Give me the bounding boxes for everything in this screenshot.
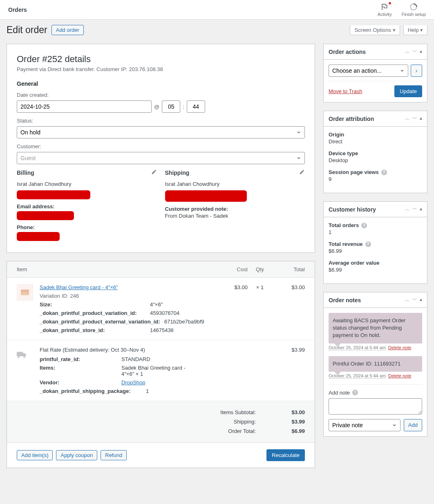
truck-icon — [17, 347, 33, 363]
col-item: Item — [17, 266, 215, 272]
help-icon[interactable]: ? — [352, 390, 358, 395]
hour-input[interactable] — [162, 100, 180, 113]
finish-setup-button[interactable]: Finish setup — [402, 3, 426, 17]
customer-history-panel: Customer history ︿﹀▴ Total orders?1 Tota… — [323, 201, 427, 284]
panel-up-icon[interactable]: ︿ — [405, 115, 410, 122]
order-note: Printful Order ID: 111693271 — [329, 356, 422, 372]
minute-input[interactable] — [187, 100, 205, 113]
help-icon[interactable]: ? — [365, 241, 371, 247]
device-type-value: Desktop — [329, 157, 422, 163]
total-orders-label: Total orders — [329, 222, 359, 228]
customer-field: Customer: Guest — [17, 143, 305, 164]
items-actions-row: Add item(s) Apply coupon Refund Recalcul… — [7, 442, 315, 468]
actions-left: Add item(s) Apply coupon Refund — [17, 450, 127, 460]
totals-block: Items Subtotal:$3.00 Shipping:$3.99 Orde… — [7, 401, 315, 442]
add-items-button[interactable]: Add item(s) — [17, 450, 53, 460]
vendor-link[interactable]: DropShop — [121, 379, 145, 386]
apply-coupon-button[interactable]: Apply coupon — [56, 450, 97, 460]
ship-qty-empty — [248, 347, 272, 394]
product-link[interactable]: Sadek Bhai Greeting card - 4″×6″ — [40, 284, 118, 290]
edit-billing-button[interactable] — [151, 169, 157, 176]
pencil-icon — [299, 169, 305, 175]
col-total: Total — [272, 266, 305, 272]
delete-note-link[interactable]: Delete note — [388, 345, 411, 350]
ship-package-value: 1 — [146, 388, 149, 394]
screen-options-button[interactable]: Screen Options — [350, 25, 400, 35]
update-button[interactable]: Update — [394, 85, 422, 97]
panel-down-icon[interactable]: ﹀ — [412, 115, 417, 122]
item-cost: $3.00 — [215, 284, 248, 333]
order-attribution-panel: Order attribution ︿﹀▴ OriginDirect Devic… — [323, 111, 427, 193]
shipping-line-row: Flat Rate (Estimated delivery: Oct 30–No… — [7, 340, 315, 401]
date-input[interactable] — [17, 100, 152, 113]
avg-order-label: Average order value — [329, 260, 422, 266]
shipping-total: $3.99 — [272, 347, 305, 394]
panel-collapse-icon[interactable]: ▴ — [420, 206, 422, 213]
progress-ring-icon — [409, 3, 418, 11]
add-order-button[interactable]: Add order — [51, 25, 84, 35]
add-note-textarea[interactable] — [329, 398, 422, 415]
order-action-select[interactable]: Choose an action... — [329, 65, 408, 77]
help-icon[interactable]: ? — [381, 169, 387, 175]
billing-name: Israt Jahan Chowdhury — [17, 180, 157, 189]
order-total-label: Order Total: — [195, 428, 256, 434]
refund-button[interactable]: Refund — [101, 450, 127, 460]
activity-button[interactable]: Activity — [378, 3, 392, 17]
move-to-trash-link[interactable]: Move to Trash — [329, 88, 362, 94]
panel-up-icon[interactable]: ︿ — [405, 297, 410, 303]
shipping-address-redacted — [165, 190, 247, 202]
attribution-heading: Order attribution — [329, 116, 374, 122]
main-column: Order #252 details Payment via Direct ba… — [7, 44, 315, 468]
customer-note-label: Customer provided note: — [165, 206, 305, 212]
order-title: Order #252 details — [17, 54, 305, 65]
panel-collapse-icon[interactable]: ▴ — [420, 115, 422, 122]
date-created-label: Date created: — [17, 92, 305, 98]
billing-heading: Billing — [17, 169, 34, 176]
status-select[interactable]: On hold — [17, 126, 305, 138]
customer-note-value: From Dokan Team - Sadek — [165, 212, 305, 221]
add-note-button[interactable]: Add — [404, 419, 422, 431]
note-type-select[interactable]: Private note — [329, 419, 400, 431]
rate-id-value: STANDARD — [121, 356, 150, 362]
panel-up-icon[interactable]: ︿ — [405, 206, 410, 213]
shipping-heading: Shipping — [165, 169, 190, 176]
general-heading: General — [17, 80, 305, 87]
billing-phone-label: Phone: — [17, 224, 157, 230]
order-notes-panel: Order notes ︿﹀▴ Awaiting BACS payment Or… — [323, 292, 427, 437]
panel-down-icon[interactable]: ﹀ — [412, 48, 417, 55]
help-icon[interactable]: ? — [361, 223, 367, 228]
status-field: Status: On hold — [17, 118, 305, 138]
panel-collapse-icon[interactable]: ▴ — [420, 297, 422, 303]
variation-id: 246 — [70, 293, 79, 299]
shipping-column: Shipping Israt Jahan Chowdhury Customer … — [165, 169, 305, 243]
total-revenue-label: Total revenue — [329, 241, 363, 247]
order-notes-heading: Order notes — [329, 297, 361, 303]
panel-down-icon[interactable]: ﹀ — [412, 206, 417, 213]
total-orders-value: 1 — [329, 229, 422, 235]
shipping-title: Flat Rate (Estimated delivery: Oct 30–No… — [40, 347, 215, 353]
recalculate-button[interactable]: Recalculate — [266, 449, 305, 461]
panel-collapse-icon[interactable]: ▴ — [420, 48, 422, 55]
item-qty: × 1 — [248, 284, 272, 333]
billing-email-label: Email address: — [17, 203, 157, 210]
panel-down-icon[interactable]: ﹀ — [412, 297, 417, 303]
size-label: Size: — [40, 301, 150, 308]
delete-note-link[interactable]: Delete note — [388, 373, 411, 378]
topbar-right: Activity Finish setup — [378, 3, 426, 17]
topbar: Orders Activity Finish setup — [0, 0, 434, 20]
billing-column: Billing Israt Jahan Chowdhury Email addr… — [17, 169, 157, 243]
customer-label: Customer: — [17, 143, 305, 149]
help-button[interactable]: Help — [403, 25, 427, 35]
ship-cost-empty — [215, 347, 248, 394]
customer-select[interactable]: Guest — [17, 152, 305, 164]
edit-shipping-button[interactable] — [299, 169, 305, 176]
line-item-row: Sadek Bhai Greeting card - 4″×6″ Variati… — [7, 278, 315, 340]
variation-id-label: Variation ID: — [40, 293, 69, 299]
items-header-row: Item Cost Qty Total — [7, 261, 315, 278]
printful-store-label: _dokan_printful_store_id: — [40, 327, 150, 333]
panel-up-icon[interactable]: ︿ — [405, 48, 410, 55]
apply-action-button[interactable]: › — [411, 65, 422, 77]
item-info: Sadek Bhai Greeting card - 4″×6″ Variati… — [40, 284, 215, 333]
page-views-label: Session page views — [329, 169, 379, 175]
col-qty: Qty — [248, 266, 272, 272]
